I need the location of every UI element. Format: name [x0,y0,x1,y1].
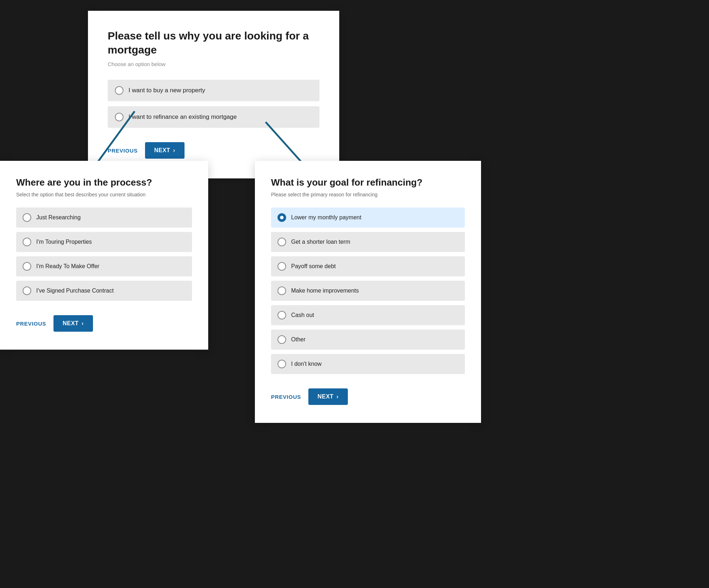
option-ready-label: I'm Ready To Make Offer [36,263,99,270]
option-lower[interactable]: Lower my monthly payment [271,207,465,228]
right-card-next-label: NEXT [318,393,334,400]
option-lower-label: Lower my monthly payment [291,214,362,221]
main-card: Please tell us why you are looking for a… [88,11,339,178]
option-other[interactable]: Other [271,330,465,350]
right-card-prev-button[interactable]: PREVIOUS [271,394,301,400]
main-card-subtitle: Choose an option below [108,61,319,67]
option-buy-label: I want to buy a new property [129,87,205,94]
radio-shorter[interactable] [277,238,286,246]
option-ready[interactable]: I'm Ready To Make Offer [16,256,192,276]
radio-buy[interactable] [115,86,123,95]
radio-researching[interactable] [23,213,31,222]
option-cashout[interactable]: Cash out [271,305,465,325]
left-card: Where are you in the process? Select the… [0,161,208,350]
option-signed[interactable]: I've Signed Purchase Contract [16,281,192,301]
option-cashout-label: Cash out [291,312,314,318]
option-researching-label: Just Researching [36,214,81,221]
option-touring[interactable]: I'm Touring Properties [16,232,192,252]
option-shorter-label: Get a shorter loan term [291,239,350,245]
left-card-btn-row: PREVIOUS NEXT › [16,315,192,332]
radio-other[interactable] [277,335,286,344]
radio-payoff[interactable] [277,262,286,271]
right-card-next-chevron: › [336,393,339,400]
main-card-next-chevron: › [173,147,175,154]
radio-cashout[interactable] [277,311,286,319]
option-other-label: Other [291,336,305,343]
right-card: What is your goal for refinancing? Pleas… [255,161,481,423]
left-card-subtitle: Select the option that best describes yo… [16,192,192,197]
option-researching[interactable]: Just Researching [16,207,192,228]
radio-signed[interactable] [23,286,31,295]
option-touring-label: I'm Touring Properties [36,239,92,245]
radio-touring[interactable] [23,238,31,246]
option-signed-label: I've Signed Purchase Contract [36,288,114,294]
option-refinance[interactable]: I want to refinance an existing mortgage [108,106,319,128]
main-card-next-button[interactable]: NEXT › [145,142,185,159]
right-card-btn-row: PREVIOUS NEXT › [271,388,465,405]
left-card-next-button[interactable]: NEXT › [53,315,93,332]
option-buy[interactable]: I want to buy a new property [108,80,319,101]
option-shorter[interactable]: Get a shorter loan term [271,232,465,252]
left-card-title: Where are you in the process? [16,177,192,188]
left-card-next-chevron: › [81,320,84,327]
radio-dontknow[interactable] [277,360,286,368]
right-card-subtitle: Please select the primary reason for ref… [271,192,465,197]
right-card-title: What is your goal for refinancing? [271,177,465,188]
option-dontknow[interactable]: I don't know [271,354,465,374]
main-card-next-label: NEXT [154,147,171,154]
radio-ready[interactable] [23,262,31,271]
left-card-next-label: NEXT [63,320,79,327]
option-payoff[interactable]: Payoff some debt [271,256,465,276]
radio-improvements[interactable] [277,286,286,295]
option-refinance-label: I want to refinance an existing mortgage [129,113,237,121]
option-dontknow-label: I don't know [291,361,322,367]
left-card-prev-button[interactable]: PREVIOUS [16,321,46,327]
radio-refinance[interactable] [115,113,123,121]
option-payoff-label: Payoff some debt [291,263,336,270]
option-improvements-label: Make home improvements [291,288,359,294]
main-card-title: Please tell us why you are looking for a… [108,29,319,57]
main-card-btn-row: PREVIOUS NEXT › [108,142,319,159]
main-card-prev-button[interactable]: PREVIOUS [108,148,138,154]
option-improvements[interactable]: Make home improvements [271,281,465,301]
right-card-next-button[interactable]: NEXT › [308,388,348,405]
radio-lower[interactable] [277,213,286,222]
